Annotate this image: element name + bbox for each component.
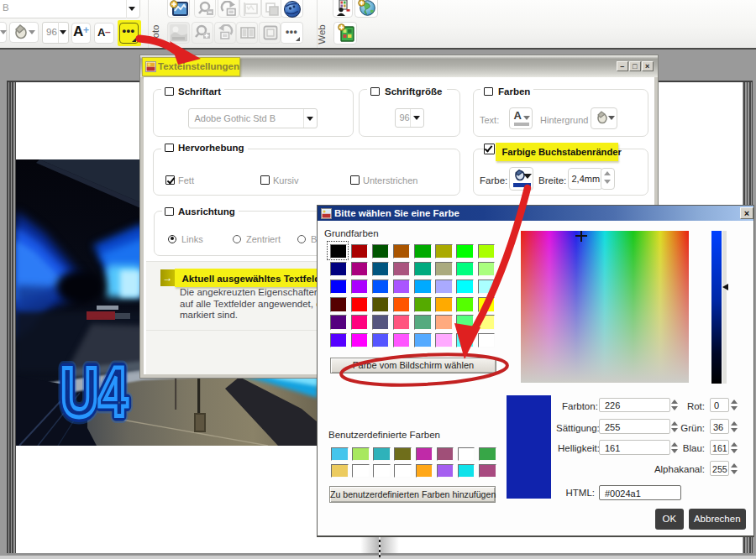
svg-text:U4: U4 [60, 353, 128, 431]
